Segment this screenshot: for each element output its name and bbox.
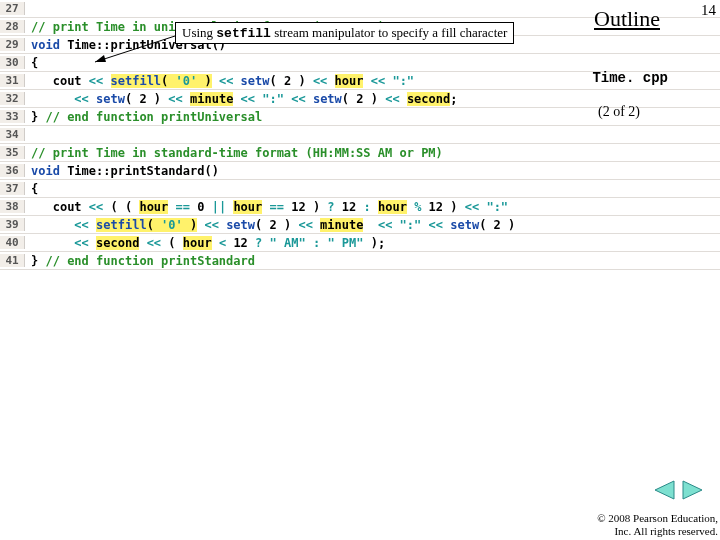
code-line: 35// print Time in standard-time format …	[0, 144, 720, 162]
page-number: 14	[701, 2, 716, 19]
code-content: // print Time in standard-time format (H…	[25, 146, 443, 160]
svg-marker-3	[683, 481, 702, 499]
line-number: 31	[0, 74, 25, 87]
line-number: 28	[0, 20, 25, 33]
line-number: 39	[0, 218, 25, 231]
code-content: cout << ( ( hour == 0 || hour == 12 ) ? …	[25, 200, 508, 214]
code-content: {	[25, 182, 38, 196]
code-content: cout << setfill( '0' ) << setw( 2 ) << h…	[25, 74, 414, 88]
callout-box: Using setfill stream manipulator to spec…	[175, 22, 514, 44]
code-content: << setw( 2 ) << minute << ":" << setw( 2…	[25, 92, 457, 106]
outline-heading: Outline	[594, 6, 660, 32]
code-content: } // end function printStandard	[25, 254, 255, 268]
line-number: 37	[0, 182, 25, 195]
next-icon[interactable]	[680, 479, 706, 501]
line-number: 41	[0, 254, 25, 267]
code-line: 39 << setfill( '0' ) << setw( 2 ) << min…	[0, 216, 720, 234]
code-line: 40 << second << ( hour < 12 ? " AM" : " …	[0, 234, 720, 252]
callout-prefix: Using	[182, 25, 216, 40]
line-number: 27	[0, 2, 25, 15]
code-line: 36void Time::printStandard()	[0, 162, 720, 180]
code-content: << setfill( '0' ) << setw( 2 ) << minute…	[25, 218, 515, 232]
line-number: 33	[0, 110, 25, 123]
page-of-label: (2 of 2)	[598, 104, 640, 120]
line-number: 35	[0, 146, 25, 159]
line-number: 34	[0, 128, 25, 141]
code-content: } // end function printUniversal	[25, 110, 262, 124]
code-content: void Time::printStandard()	[25, 164, 219, 178]
code-line: 38 cout << ( ( hour == 0 || hour == 12 )…	[0, 198, 720, 216]
copyright: © 2008 Pearson Education, Inc. All right…	[597, 512, 718, 538]
line-number: 29	[0, 38, 25, 51]
copyright-line1: © 2008 Pearson Education,	[597, 512, 718, 524]
prev-icon[interactable]	[651, 479, 677, 501]
nav-buttons	[651, 479, 706, 504]
line-number: 32	[0, 92, 25, 105]
callout-suffix: stream manipulator to specify a fill cha…	[271, 25, 507, 40]
code-content: {	[25, 56, 38, 70]
line-number: 40	[0, 236, 25, 249]
code-line: 34	[0, 126, 720, 144]
code-line: 37{	[0, 180, 720, 198]
line-number: 36	[0, 164, 25, 177]
line-number: 30	[0, 56, 25, 69]
code-content: << second << ( hour < 12 ? " AM" : " PM"…	[25, 236, 385, 250]
copyright-line2: Inc. All rights reserved.	[614, 525, 718, 537]
line-number: 38	[0, 200, 25, 213]
callout-code: setfill	[216, 26, 271, 41]
filename-label: Time. cpp	[592, 70, 668, 86]
code-line: 41} // end function printStandard	[0, 252, 720, 270]
svg-marker-2	[655, 481, 674, 499]
